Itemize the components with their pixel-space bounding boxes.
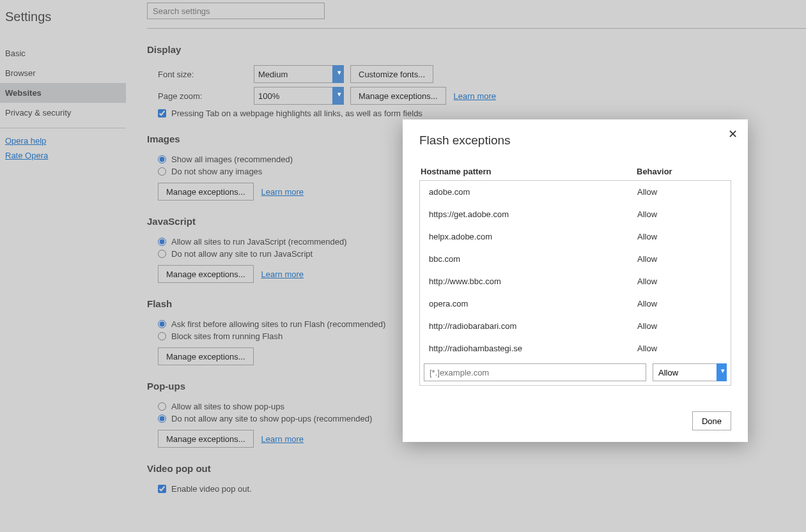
- table-row[interactable]: https://get.adobe.comAllow: [420, 203, 731, 225]
- dialog-title: Flash exceptions: [419, 133, 731, 148]
- table-row[interactable]: opera.comAllow: [420, 293, 731, 315]
- done-button[interactable]: Done: [692, 411, 731, 430]
- close-icon[interactable]: ✕: [728, 128, 738, 140]
- behavior-cell: Allow: [637, 321, 722, 331]
- hostname-cell: http://www.bbc.com: [429, 277, 637, 286]
- column-hostname-header: Hostname pattern: [419, 167, 637, 176]
- behavior-cell: Allow: [637, 344, 722, 353]
- behavior-cell: Allow: [637, 187, 722, 197]
- column-behavior-header: Behavior: [637, 167, 731, 176]
- behavior-cell: Allow: [637, 277, 722, 286]
- table-row[interactable]: helpx.adobe.comAllow: [420, 225, 731, 248]
- behavior-cell: Allow: [637, 254, 722, 264]
- hostname-cell: http://radiohambastegi.se: [429, 344, 637, 353]
- table-row[interactable]: bbc.comAllow: [420, 248, 731, 270]
- table-row[interactable]: http://radiobarabari.comAllow: [420, 315, 731, 337]
- hostname-cell: opera.com: [429, 299, 637, 308]
- table-row[interactable]: http://www.bbc.comAllow: [420, 270, 731, 293]
- hostname-input[interactable]: [424, 363, 646, 381]
- table-row[interactable]: adobe.comAllow: [420, 181, 731, 203]
- flash-exceptions-dialog: Flash exceptions ✕ Hostname pattern Beha…: [403, 119, 748, 442]
- hostname-cell: helpx.adobe.com: [429, 232, 637, 241]
- hostname-cell: adobe.com: [429, 187, 637, 197]
- exceptions-table: adobe.comAllowhttps://get.adobe.comAllow…: [419, 180, 731, 386]
- table-row[interactable]: http://radiohambastegi.seAllow: [420, 337, 731, 360]
- behavior-cell: Allow: [637, 299, 722, 308]
- hostname-cell: bbc.com: [429, 254, 637, 264]
- hostname-cell: http://radiobarabari.com: [429, 321, 637, 331]
- behavior-cell: Allow: [637, 232, 722, 241]
- behavior-cell: Allow: [637, 209, 722, 219]
- behavior-select[interactable]: Allow: [653, 363, 727, 381]
- hostname-cell: https://get.adobe.com: [429, 209, 637, 219]
